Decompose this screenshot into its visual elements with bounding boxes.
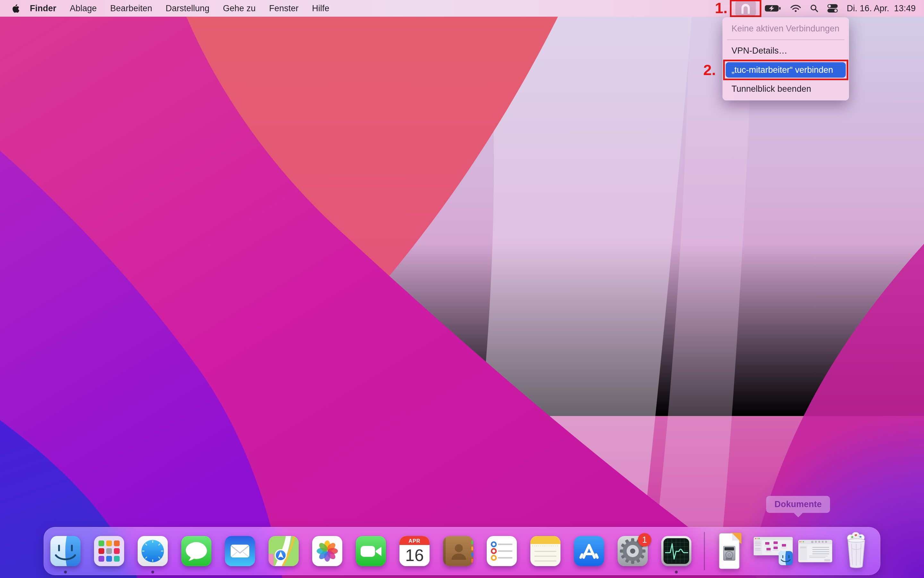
menu-hilfe[interactable]: Hilfe	[305, 0, 336, 17]
facetime-icon	[356, 536, 386, 566]
menu-bar-left: Finder Ablage Bearbeiten Darstellung Geh…	[0, 0, 336, 17]
wifi-status[interactable]	[790, 4, 801, 13]
tunnelblick-icon	[738, 2, 753, 15]
dock-item-maps[interactable]	[262, 527, 305, 575]
documents-stack-icon	[715, 532, 743, 570]
dock-item-mail[interactable]	[218, 527, 262, 575]
settings-window-thumbnail	[798, 539, 832, 563]
dock-item-contacts[interactable]	[436, 527, 480, 575]
messages-icon	[181, 536, 211, 566]
safari-icon	[138, 536, 168, 566]
calendar-icon: APR 16	[399, 536, 430, 566]
menu-ablage[interactable]: Ablage	[63, 0, 104, 17]
running-indicator	[64, 571, 67, 573]
mail-icon	[225, 536, 255, 566]
dock-item-finder-window[interactable]	[748, 527, 798, 575]
dock-separator	[698, 527, 710, 575]
control-center-icon	[827, 4, 838, 13]
menu-bar-clock[interactable]: Di. 16. Apr. 13:49	[847, 3, 916, 13]
finder-icon	[50, 536, 81, 566]
dock-item-facetime[interactable]	[349, 527, 393, 575]
dock-item-messages[interactable]	[175, 527, 218, 575]
dock-item-app-store[interactable]	[567, 527, 611, 575]
app-store-icon	[574, 536, 604, 566]
menu-item-vpn-details[interactable]: VPN-Details…	[723, 42, 849, 59]
menu-gehe-zu[interactable]: Gehe zu	[216, 0, 262, 17]
running-indicator	[151, 571, 154, 573]
dock-item-activity-monitor[interactable]	[654, 527, 698, 575]
launchpad-icon	[94, 536, 124, 566]
dock-item-launchpad[interactable]	[87, 527, 131, 575]
maps-icon	[268, 536, 299, 566]
finder-window-thumbnail	[753, 537, 793, 565]
dock-item-system-preferences[interactable]: 1	[611, 527, 654, 575]
dock-item-safari[interactable]	[131, 527, 175, 575]
step2-number: 2.	[703, 61, 716, 79]
dock-item-photos[interactable]	[305, 527, 349, 575]
control-center[interactable]	[827, 4, 838, 13]
activity-monitor-icon	[661, 536, 692, 566]
dock-tooltip: Dokumente	[766, 496, 830, 513]
menu-finder[interactable]: Finder	[23, 0, 63, 17]
dock-item-calendar[interactable]: APR 16	[393, 527, 436, 575]
wifi-icon	[790, 4, 801, 13]
notification-badge: 1	[638, 533, 651, 547]
svg-text:APR: APR	[409, 538, 421, 544]
reminders-icon	[487, 536, 517, 566]
dock-item-finder[interactable]	[44, 527, 87, 575]
running-indicator	[675, 571, 678, 573]
svg-text:16: 16	[405, 546, 424, 565]
menu-separator	[727, 39, 844, 40]
tunnelblick-dropdown-menu: Keine aktiven Verbindungen VPN-Details… …	[723, 17, 849, 101]
tunnelblick-menu-extra[interactable]: 1.	[736, 1, 756, 16]
spotlight[interactable]	[810, 4, 818, 13]
dock-item-trash[interactable]	[832, 527, 880, 575]
menu-bearbeiten[interactable]: Bearbeiten	[104, 0, 159, 17]
dock: APR 16	[44, 527, 880, 575]
dock-item-documents-stack[interactable]	[710, 527, 748, 575]
spotlight-search-icon	[810, 4, 818, 13]
dock-item-reminders[interactable]	[480, 527, 524, 575]
notes-icon	[530, 536, 560, 566]
status-icon-cluster: 1.	[736, 0, 924, 17]
finder-badge	[779, 551, 793, 565]
menu-item-connect-wrap: „tuc-mitarbeiter“ verbinden 2.	[726, 62, 846, 78]
menu-bar: Finder Ablage Bearbeiten Darstellung Geh…	[0, 0, 924, 17]
photos-icon	[312, 536, 342, 566]
menu-item-connect-tuc-mitarbeiter[interactable]: „tuc-mitarbeiter“ verbinden	[726, 62, 846, 78]
contacts-icon	[443, 536, 473, 566]
menu-item-no-active-connections: Keine aktiven Verbindungen	[723, 20, 849, 37]
battery-status[interactable]	[765, 4, 781, 13]
menu-darstellung[interactable]: Darstellung	[159, 0, 216, 17]
dock-item-settings-window[interactable]	[798, 527, 832, 575]
step1-number: 1.	[715, 0, 728, 17]
menu-fenster[interactable]: Fenster	[262, 0, 305, 17]
dock-item-notes[interactable]	[524, 527, 567, 575]
battery-charging-icon	[765, 4, 781, 13]
menu-item-quit-tunnelblick[interactable]: Tunnelblick beenden	[723, 81, 849, 97]
trash-full-icon	[841, 532, 872, 570]
apple-menu-icon[interactable]	[11, 3, 20, 13]
